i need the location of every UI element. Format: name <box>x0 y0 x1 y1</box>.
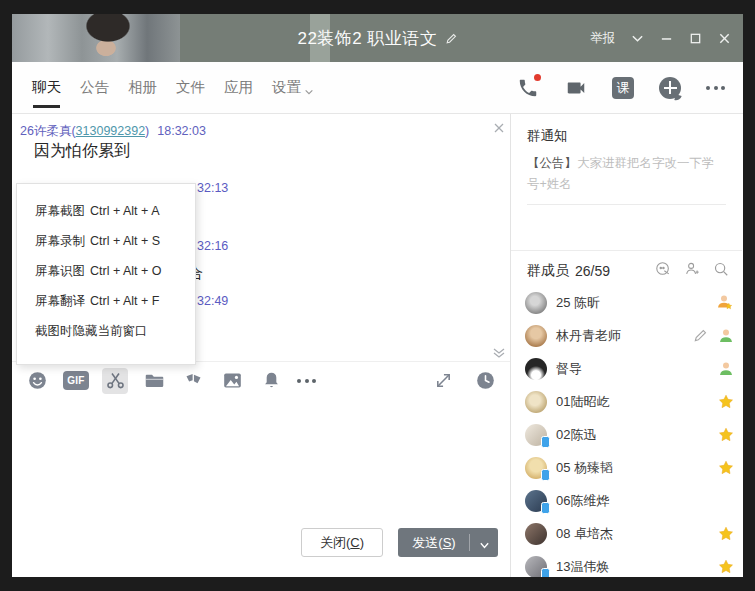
anonymous-chat-icon[interactable] <box>655 261 671 281</box>
menu-item-screen-ocr[interactable]: 屏幕识图Ctrl + Alt + O <box>17 256 195 286</box>
member-row[interactable]: 01陆昭屹 <box>525 385 734 418</box>
tab-apps[interactable]: 应用 <box>224 62 253 114</box>
more-tools-button[interactable] <box>297 379 316 383</box>
sender-uid-link[interactable]: 3130992392 <box>76 124 146 138</box>
admin-badge-icon <box>718 328 734 344</box>
history-button[interactable] <box>472 368 498 394</box>
message-history[interactable]: 26许柔真(3130992392)18:32:03 因为怕你累到 32:13 3… <box>12 114 510 361</box>
member-name: 13温伟焕 <box>556 558 609 576</box>
member-name: 08 卓培杰 <box>556 525 613 543</box>
members-count: 26/59 <box>575 263 610 279</box>
picture-icon <box>222 370 243 391</box>
star-badge-icon <box>718 427 734 443</box>
minimize-button[interactable] <box>660 32 673 45</box>
file-button[interactable] <box>141 368 167 394</box>
voice-call-button[interactable] <box>516 76 540 100</box>
edit-title-icon[interactable] <box>445 32 458 45</box>
plus-bubble-icon <box>659 77 681 99</box>
menu-item-hide-window[interactable]: 截图时隐藏当前窗口 <box>17 316 195 346</box>
member-row[interactable]: 督导 <box>525 352 734 385</box>
notice-tag: 【公告】 <box>527 156 577 170</box>
scroll-to-bottom-icon[interactable] <box>492 345 506 357</box>
message-text: 因为怕你累到 <box>34 141 130 162</box>
interact-button[interactable] <box>180 368 206 394</box>
toolbar-right <box>430 368 498 394</box>
message-time: 18:32:03 <box>157 124 206 138</box>
member-name: 05 杨臻韬 <box>556 459 613 477</box>
edit-card-icon[interactable] <box>693 328 708 343</box>
partial-timestamp: 32:49 <box>197 294 228 308</box>
tab-album[interactable]: 相册 <box>128 62 157 114</box>
bell-icon <box>261 370 282 391</box>
expand-button[interactable] <box>430 368 456 394</box>
add-member-icon[interactable] <box>684 261 700 281</box>
member-avatar <box>525 391 547 413</box>
menu-item-screen-translate[interactable]: 屏幕翻译Ctrl + Alt + F <box>17 286 195 316</box>
chevron-down-icon[interactable] <box>631 32 644 45</box>
add-button[interactable] <box>658 76 682 100</box>
clock-icon <box>475 370 496 391</box>
close-button[interactable] <box>718 32 731 45</box>
member-name: 06陈维烨 <box>556 492 609 510</box>
maximize-button[interactable] <box>689 32 702 45</box>
main-area: 26许柔真(3130992392)18:32:03 因为怕你累到 32:13 3… <box>12 114 743 577</box>
member-avatar <box>525 325 547 347</box>
members-label: 群成员 <box>527 262 569 280</box>
notification-dot <box>534 74 541 81</box>
group-sidebar: 群通知 【公告】大家进群把名字改一下学号+姓名 群成员 26/59 <box>511 114 742 577</box>
member-row[interactable]: 06陈维烨 <box>525 484 734 517</box>
tab-settings[interactable]: 设置 <box>272 62 314 114</box>
video-camera-icon <box>565 77 587 99</box>
member-row[interactable]: 25 陈昕 <box>525 286 734 319</box>
member-avatar <box>525 457 547 479</box>
send-options-dropdown[interactable] <box>479 538 490 547</box>
titlebar: 22装饰2 职业语文 举报 <box>12 14 743 62</box>
member-name: 林丹青老师 <box>556 327 621 345</box>
member-row[interactable]: 08 卓培杰 <box>525 517 734 550</box>
member-row[interactable]: 05 杨臻韬 <box>525 451 734 484</box>
member-row[interactable]: 林丹青老师 <box>525 319 734 352</box>
tab-chat[interactable]: 聊天 <box>32 62 61 114</box>
tab-announcement[interactable]: 公告 <box>80 62 109 114</box>
report-button[interactable]: 举报 <box>590 30 615 47</box>
tab-files[interactable]: 文件 <box>176 62 205 114</box>
message-header: 26许柔真(3130992392)18:32:03 <box>20 123 206 140</box>
member-name: 02陈迅 <box>556 426 596 444</box>
member-name: 01陆昭屹 <box>556 393 609 411</box>
member-list[interactable]: 25 陈昕 林丹青老师 督导 <box>511 286 742 577</box>
group-notice[interactable]: 群通知 【公告】大家进群把名字改一下学号+姓名 <box>511 114 742 205</box>
mobile-online-badge <box>541 502 550 514</box>
notify-button[interactable] <box>258 368 284 394</box>
chat-close-icon[interactable] <box>493 120 505 132</box>
video-call-button[interactable] <box>564 76 588 100</box>
member-row[interactable]: 02陈迅 <box>525 418 734 451</box>
menu-item-screen-record[interactable]: 屏幕录制Ctrl + Alt + S <box>17 226 195 256</box>
chevron-down-icon <box>304 84 314 94</box>
member-avatar <box>525 490 547 512</box>
partial-timestamp: 32:13 <box>197 181 228 195</box>
mobile-online-badge <box>541 568 550 578</box>
member-avatar <box>525 523 547 545</box>
group-notice-body: 【公告】大家进群把名字改一下学号+姓名 <box>527 153 726 205</box>
menu-item-screen-capture[interactable]: 屏幕截图Ctrl + Alt + A <box>17 196 195 226</box>
member-row[interactable]: 13温伟焕 <box>525 550 734 577</box>
star-badge-icon <box>718 526 734 542</box>
class-button[interactable]: 课 <box>612 77 634 99</box>
member-avatar <box>525 556 547 578</box>
folder-icon <box>144 370 165 391</box>
group-notice-title: 群通知 <box>527 127 726 145</box>
close-chat-button[interactable]: 关闭(C) <box>301 528 383 557</box>
send-button[interactable]: 发送(S) <box>398 528 498 557</box>
member-avatar <box>525 424 547 446</box>
search-icon[interactable] <box>713 261 729 281</box>
partial-timestamp: 32:16 <box>197 239 228 253</box>
member-avatar <box>525 358 547 380</box>
more-button[interactable] <box>706 86 725 90</box>
emoji-button[interactable] <box>24 368 50 394</box>
window-title: 22装饰2 职业语文 <box>297 27 437 50</box>
screenshot-button[interactable] <box>102 368 128 394</box>
gif-button[interactable]: GIF <box>63 368 89 394</box>
image-button[interactable] <box>219 368 245 394</box>
members-header: 群成员 26/59 <box>511 257 742 285</box>
sender-name: 26许柔真( <box>20 124 76 138</box>
